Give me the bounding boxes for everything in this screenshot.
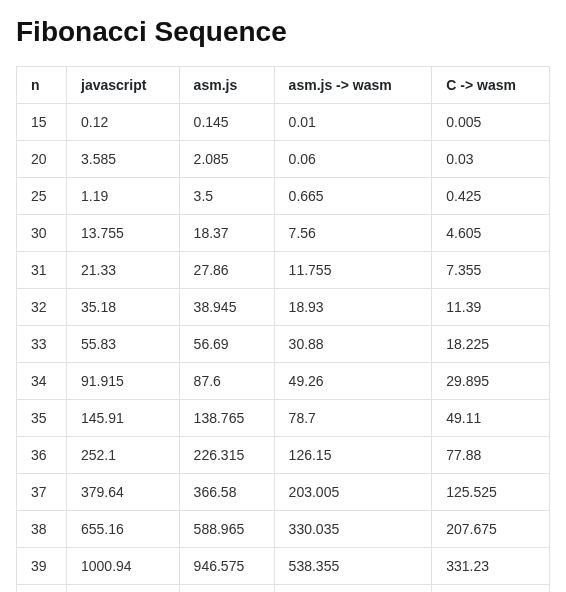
table-cell: 874.23: [274, 585, 432, 593]
table-cell: 15: [17, 104, 67, 141]
column-header: javascript: [67, 67, 180, 104]
table-cell: 56.69: [179, 326, 274, 363]
column-header: asm.js -> wasm: [274, 67, 432, 104]
table-cell: 1611.975: [67, 585, 180, 593]
table-cell: 35.18: [67, 289, 180, 326]
table-cell: 49.11: [432, 400, 550, 437]
table-row: 36252.1226.315126.1577.88: [17, 437, 550, 474]
table-cell: 40: [17, 585, 67, 593]
table-row: 38655.16588.965330.035207.675: [17, 511, 550, 548]
page-title: Fibonacci Sequence: [16, 16, 550, 48]
table-row: 150.120.1450.010.005: [17, 104, 550, 141]
table-cell: 125.525: [432, 474, 550, 511]
table-cell: 946.575: [179, 548, 274, 585]
table-cell: 2.085: [179, 141, 274, 178]
column-header: n: [17, 67, 67, 104]
table-cell: 0.03: [432, 141, 550, 178]
table-cell: 1.19: [67, 178, 180, 215]
table-cell: 13.755: [67, 215, 180, 252]
column-header: C -> wasm: [432, 67, 550, 104]
table-cell: 18.225: [432, 326, 550, 363]
table-cell: 11.755: [274, 252, 432, 289]
table-cell: 7.56: [274, 215, 432, 252]
table-cell: 20: [17, 141, 67, 178]
table-row: 3121.3327.8611.7557.355: [17, 252, 550, 289]
table-cell: 538.355: [274, 548, 432, 585]
table-cell: 38: [17, 511, 67, 548]
table-cell: 11.39: [432, 289, 550, 326]
table-cell: 0.005: [432, 104, 550, 141]
table-cell: 0.06: [274, 141, 432, 178]
table-row: 251.193.50.6650.425: [17, 178, 550, 215]
table-cell: 588.965: [179, 511, 274, 548]
table-cell: 1542.76: [179, 585, 274, 593]
table-cell: 30: [17, 215, 67, 252]
table-cell: 35: [17, 400, 67, 437]
table-cell: 87.6: [179, 363, 274, 400]
table-header: njavascriptasm.jsasm.js -> wasmC -> wasm: [17, 67, 550, 104]
table-cell: 33: [17, 326, 67, 363]
table-cell: 37: [17, 474, 67, 511]
table-cell: 330.035: [274, 511, 432, 548]
table-row: 35145.91138.76578.749.11: [17, 400, 550, 437]
table-cell: 0.665: [274, 178, 432, 215]
table-row: 401611.9751542.76874.23535.66: [17, 585, 550, 593]
table-cell: 25: [17, 178, 67, 215]
table-cell: 30.88: [274, 326, 432, 363]
table-cell: 655.16: [67, 511, 180, 548]
table-cell: 252.1: [67, 437, 180, 474]
table-body: 150.120.1450.010.005203.5852.0850.060.03…: [17, 104, 550, 593]
table-cell: 203.005: [274, 474, 432, 511]
table-cell: 18.37: [179, 215, 274, 252]
table-row: 3491.91587.649.2629.895: [17, 363, 550, 400]
table-cell: 34: [17, 363, 67, 400]
table-row: 3013.75518.377.564.605: [17, 215, 550, 252]
table-cell: 4.605: [432, 215, 550, 252]
table-row: 3355.8356.6930.8818.225: [17, 326, 550, 363]
table-cell: 18.93: [274, 289, 432, 326]
table-cell: 55.83: [67, 326, 180, 363]
table-row: 391000.94946.575538.355331.23: [17, 548, 550, 585]
table-cell: 0.425: [432, 178, 550, 215]
table-header-row: njavascriptasm.jsasm.js -> wasmC -> wasm: [17, 67, 550, 104]
table-cell: 226.315: [179, 437, 274, 474]
table-cell: 29.895: [432, 363, 550, 400]
table-cell: 0.01: [274, 104, 432, 141]
table-cell: 27.86: [179, 252, 274, 289]
table-cell: 138.765: [179, 400, 274, 437]
table-cell: 49.26: [274, 363, 432, 400]
fibonacci-table: njavascriptasm.jsasm.js -> wasmC -> wasm…: [16, 66, 550, 592]
table-row: 3235.1838.94518.9311.39: [17, 289, 550, 326]
table-cell: 1000.94: [67, 548, 180, 585]
table-cell: 91.915: [67, 363, 180, 400]
table-cell: 366.58: [179, 474, 274, 511]
table-cell: 78.7: [274, 400, 432, 437]
table-cell: 38.945: [179, 289, 274, 326]
table-cell: 21.33: [67, 252, 180, 289]
table-cell: 0.145: [179, 104, 274, 141]
table-cell: 77.88: [432, 437, 550, 474]
table-cell: 145.91: [67, 400, 180, 437]
table-cell: 126.15: [274, 437, 432, 474]
table-cell: 0.12: [67, 104, 180, 141]
table-cell: 39: [17, 548, 67, 585]
table-cell: 32: [17, 289, 67, 326]
table-cell: 31: [17, 252, 67, 289]
table-cell: 379.64: [67, 474, 180, 511]
table-row: 37379.64366.58203.005125.525: [17, 474, 550, 511]
table-row: 203.5852.0850.060.03: [17, 141, 550, 178]
table-cell: 3.585: [67, 141, 180, 178]
table-cell: 7.355: [432, 252, 550, 289]
table-cell: 3.5: [179, 178, 274, 215]
table-cell: 207.675: [432, 511, 550, 548]
table-cell: 535.66: [432, 585, 550, 593]
column-header: asm.js: [179, 67, 274, 104]
table-cell: 36: [17, 437, 67, 474]
table-cell: 331.23: [432, 548, 550, 585]
